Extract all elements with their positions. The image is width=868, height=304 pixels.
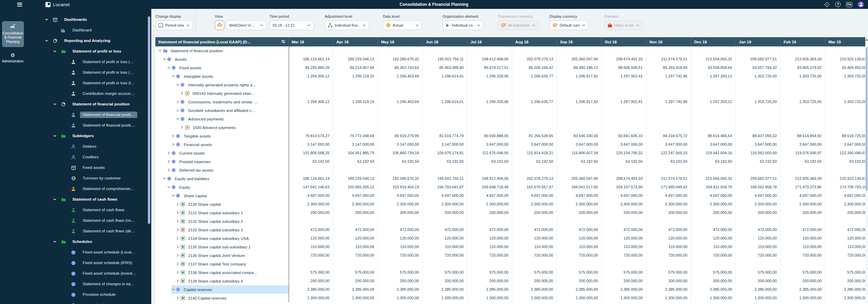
value-cell[interactable]: 63.192,50 — [467, 157, 512, 166]
sidebar-item[interactable]: Debtors — [26, 141, 151, 152]
value-cell[interactable] — [646, 115, 691, 123]
ai-assistant-icon[interactable] — [824, 2, 830, 8]
value-cell[interactable] — [557, 217, 602, 226]
value-cell[interactable]: 4.697.000,00 — [646, 191, 691, 200]
sidebar-item[interactable]: Statement of cash flows — [26, 205, 151, 215]
value-cell[interactable] — [423, 89, 467, 98]
chevron-down-icon[interactable] — [176, 117, 181, 121]
value-cell[interactable] — [423, 81, 467, 89]
user-avatar[interactable] — [858, 1, 864, 8]
value-cell[interactable]: 1.296.917,82 — [557, 98, 602, 106]
value-cell[interactable]: 89.263.418,68 — [646, 63, 691, 72]
row-name-cell[interactable]: Advanced payments — [155, 115, 289, 123]
value-cell[interactable]: 205.360.047,96 — [557, 55, 602, 63]
row-name-cell[interactable]: Intangible assets — [155, 72, 289, 81]
row-name-cell[interactable]: 2136 Share capital Joint Venture — [155, 251, 289, 260]
value-cell[interactable]: 575.000,00 — [512, 268, 557, 277]
value-cell[interactable]: 186.124.661,14 — [289, 55, 333, 63]
value-cell[interactable]: 110.000,00 — [333, 243, 378, 251]
value-cell[interactable]: 110.000,00 — [512, 243, 557, 251]
value-cell[interactable]: 3.147.000,00 — [333, 140, 378, 149]
value-cell[interactable]: 166.041.517,65 — [557, 183, 602, 191]
value-cell[interactable]: 472.000,00 — [736, 226, 781, 234]
value-cell[interactable] — [825, 106, 865, 115]
row-name-cell[interactable]: Fixed assets — [155, 63, 289, 72]
chevron-right-icon[interactable] — [176, 108, 181, 112]
chevron-down-icon[interactable] — [176, 83, 181, 87]
value-cell[interactable] — [691, 260, 736, 268]
value-cell[interactable]: 2.300.000,00 — [736, 200, 781, 208]
sidebar-item[interactable]: Fixed asset schedule (IFRS) — [26, 258, 151, 268]
value-cell[interactable]: 1.296.639,77 — [512, 72, 557, 81]
value-cell[interactable]: 83.561.606,10 — [602, 132, 646, 140]
organization-element-select[interactable]: Individual co… — [443, 20, 484, 30]
value-cell[interactable]: 79.772.348,69 — [333, 132, 378, 140]
value-cell[interactable] — [825, 260, 865, 268]
value-cell[interactable] — [423, 166, 467, 174]
value-cell[interactable] — [423, 115, 467, 123]
value-cell[interactable] — [557, 106, 602, 115]
value-cell[interactable] — [467, 217, 512, 226]
value-cell[interactable] — [333, 166, 378, 174]
value-cell[interactable]: 3.647.000,00 — [691, 140, 736, 149]
sidebar-item[interactable]: Statement of financial positi… — [26, 120, 151, 131]
value-cell[interactable]: 84.255.880,39 — [289, 63, 333, 72]
value-cell[interactable] — [512, 260, 557, 268]
chevron-down-icon[interactable] — [171, 74, 176, 78]
value-cell[interactable] — [691, 81, 736, 89]
value-cell[interactable] — [378, 89, 423, 98]
value-cell[interactable] — [423, 217, 467, 226]
chevron-down-icon[interactable] — [53, 49, 61, 53]
value-cell[interactable]: 720.000,00 — [333, 251, 378, 260]
value-cell[interactable] — [781, 115, 825, 123]
value-cell[interactable]: 2.385.000,00 — [289, 285, 333, 294]
value-cell[interactable] — [467, 46, 512, 55]
value-cell[interactable] — [691, 166, 736, 174]
value-cell[interactable]: 200.000,00 — [423, 277, 467, 285]
value-cell[interactable]: 110.000,00 — [467, 243, 512, 251]
row-name-cell[interactable]: Tangible assets — [155, 132, 289, 140]
value-cell[interactable]: 3.647.000,00 — [602, 140, 646, 149]
value-cell[interactable]: 120.000,00 — [557, 234, 602, 243]
value-cell[interactable] — [736, 217, 781, 226]
chevron-right-icon[interactable] — [176, 211, 181, 215]
module-consolidation-financial-planning[interactable]: Consolidation & Financial Planning — [2, 21, 24, 47]
value-cell[interactable]: 4.697.000,00 — [736, 191, 781, 200]
data-level-select[interactable]: Actual — [383, 20, 422, 30]
value-cell[interactable]: 120.000,00 — [691, 234, 736, 243]
value-cell[interactable]: 110.000,00 — [825, 243, 865, 251]
value-cell[interactable]: 200.000,00 — [646, 208, 691, 217]
value-cell[interactable] — [512, 166, 557, 174]
value-cell[interactable]: 169.107.573,90 — [602, 183, 646, 191]
value-cell[interactable]: 119.076.596,97 — [781, 149, 825, 157]
sidebar-item[interactable]: Statement of profit or loss (I… — [26, 78, 151, 88]
row-name-cell[interactable]: 2135 Share capital sub-subsidiary 1 — [155, 243, 289, 251]
value-cell[interactable] — [646, 89, 691, 98]
value-cell[interactable]: 101.805.588,25 — [289, 149, 333, 157]
row-name-cell[interactable]: 2132 Share capital subsidiary 2 — [155, 217, 289, 226]
value-cell[interactable]: 200.000,00 — [825, 208, 865, 217]
value-cell[interactable]: 3.647.000,00 — [557, 140, 602, 149]
chevron-right-icon[interactable] — [167, 151, 172, 155]
value-cell[interactable]: 200.000,00 — [289, 277, 333, 285]
value-cell[interactable] — [557, 260, 602, 268]
value-cell[interactable]: 63.192,50 — [825, 157, 865, 166]
value-cell[interactable] — [289, 123, 333, 132]
value-cell[interactable] — [602, 81, 646, 89]
value-cell[interactable] — [289, 106, 333, 115]
row-name-cell[interactable]: Capital reserves — [155, 285, 289, 294]
value-cell[interactable]: 200.000,00 — [602, 277, 646, 285]
value-cell[interactable]: 472.000,00 — [378, 226, 423, 234]
value-cell[interactable] — [378, 115, 423, 123]
row-name-cell[interactable]: 2134 Share capital subsidiary USA — [155, 234, 289, 243]
value-cell[interactable]: 472.000,00 — [512, 226, 557, 234]
value-cell[interactable]: 3.647.000,00 — [825, 140, 865, 149]
chevron-right-icon[interactable] — [176, 236, 181, 240]
value-cell[interactable] — [602, 260, 646, 268]
value-cell[interactable] — [512, 217, 557, 226]
row-name-cell[interactable]: 2139 Share capital subsidiary 4 — [155, 277, 289, 285]
value-cell[interactable]: 200.000,00 — [467, 277, 512, 285]
value-cell[interactable]: 200.000,00 — [467, 208, 512, 217]
chevron-right-icon[interactable] — [176, 271, 181, 274]
value-cell[interactable] — [736, 89, 781, 98]
